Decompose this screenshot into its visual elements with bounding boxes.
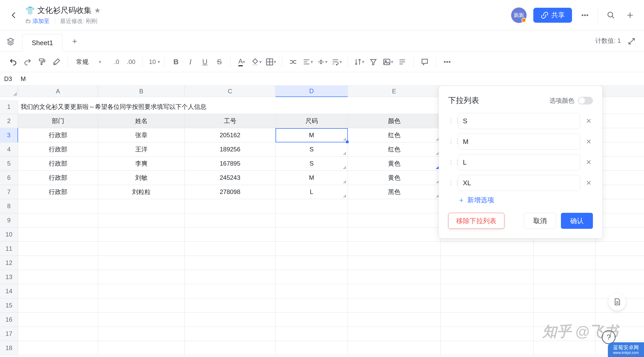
cell[interactable]	[18, 256, 98, 270]
cell[interactable]	[595, 270, 644, 284]
underline-button[interactable]: U	[198, 55, 211, 68]
row-header[interactable]: 1	[0, 100, 18, 114]
help-button[interactable]: ?	[602, 330, 616, 344]
banner-cell[interactable]: 我们的文化衫又要更新啦～希望各位同学按照要求填写以下个人信息	[18, 100, 441, 114]
cell[interactable]	[534, 270, 595, 284]
cell[interactable]	[98, 341, 185, 355]
switch[interactable]	[578, 97, 593, 104]
row-header[interactable]: 18	[0, 341, 18, 355]
dropdown-button[interactable]	[396, 55, 409, 68]
cell[interactable]	[595, 199, 644, 213]
cell[interactable]: 王洋	[98, 142, 185, 157]
row-header[interactable]: 14	[0, 284, 18, 298]
confirm-button[interactable]: 确认	[561, 213, 593, 229]
cell[interactable]	[185, 270, 276, 284]
dropdown-indicator-icon[interactable]	[343, 194, 346, 197]
decrease-decimal-button[interactable]: .0	[110, 55, 123, 68]
dropdown-indicator-icon[interactable]	[343, 180, 346, 183]
cell[interactable]	[595, 256, 644, 270]
add-to-link[interactable]: 🗀添加至	[25, 17, 50, 25]
cell[interactable]	[595, 171, 644, 185]
cell[interactable]	[348, 341, 441, 355]
cell[interactable]	[534, 242, 595, 256]
drag-handle-icon[interactable]: ⋮⋮	[448, 182, 453, 184]
cell[interactable]	[98, 256, 185, 270]
cell[interactable]	[441, 284, 534, 298]
redo-button[interactable]	[21, 55, 34, 68]
cell[interactable]	[276, 228, 348, 242]
cell[interactable]: 黑色	[348, 185, 441, 199]
row-header[interactable]: 3	[0, 128, 18, 142]
cell[interactable]	[534, 256, 595, 270]
borders-button[interactable]: ▾	[264, 55, 277, 68]
cell[interactable]	[276, 284, 348, 298]
delete-option-button[interactable]: ✕	[585, 179, 593, 187]
header-cell[interactable]: 姓名	[98, 114, 185, 128]
cell[interactable]: 刘粒粒	[98, 185, 185, 199]
cell[interactable]	[18, 242, 98, 256]
col-header[interactable]: A	[18, 86, 98, 97]
cell[interactable]	[185, 341, 276, 355]
cell[interactable]	[595, 100, 644, 114]
cell[interactable]	[18, 327, 98, 341]
drag-handle-icon[interactable]: ⋮⋮	[448, 141, 453, 143]
cell[interactable]: 205162	[185, 128, 276, 142]
cell[interactable]	[98, 327, 185, 341]
cell[interactable]	[441, 313, 534, 327]
cell[interactable]: M	[276, 171, 348, 185]
cell[interactable]	[18, 284, 98, 298]
cell[interactable]	[98, 213, 185, 228]
cell-selected[interactable]: M	[276, 128, 348, 142]
merge-button[interactable]	[287, 55, 300, 68]
cell[interactable]: 278098	[185, 185, 276, 199]
cell[interactable]	[441, 341, 534, 355]
col-header[interactable]: C	[185, 86, 276, 97]
cell[interactable]	[276, 256, 348, 270]
dropdown-indicator-icon[interactable]	[343, 166, 346, 169]
cell[interactable]	[185, 327, 276, 341]
drag-handle-icon[interactable]: ⋮⋮	[448, 120, 453, 122]
delete-option-button[interactable]: ✕	[585, 158, 593, 166]
cell[interactable]	[276, 199, 348, 213]
cell[interactable]	[348, 213, 441, 228]
cell[interactable]: 行政部	[18, 171, 98, 185]
select-all-corner[interactable]	[0, 86, 18, 97]
cell[interactable]	[595, 213, 644, 228]
cell[interactable]	[595, 228, 644, 242]
doc-title[interactable]: 文化衫尺码收集	[37, 5, 92, 16]
font-size-select[interactable]: 10▾	[147, 55, 160, 68]
cell[interactable]	[595, 242, 644, 256]
cell[interactable]	[441, 298, 534, 313]
cell[interactable]	[441, 242, 534, 256]
cell[interactable]	[348, 256, 441, 270]
row-header[interactable]: 12	[0, 256, 18, 270]
cell[interactable]	[98, 313, 185, 327]
row-header[interactable]: 9	[0, 213, 18, 228]
align-h-button[interactable]: ▾	[301, 55, 314, 68]
star-icon[interactable]: ★	[94, 6, 101, 15]
toolbar-more-button[interactable]	[441, 55, 454, 68]
row-header[interactable]: 5	[0, 157, 18, 171]
cell-value[interactable]: M	[18, 75, 26, 83]
cell[interactable]	[534, 284, 595, 298]
cell[interactable]	[595, 128, 644, 142]
row-header[interactable]: 15	[0, 298, 18, 313]
number-format-select[interactable]: 常规▾	[73, 56, 109, 68]
cell[interactable]	[185, 213, 276, 228]
dropdown-indicator-icon[interactable]	[343, 152, 346, 155]
cell[interactable]: 红色	[348, 142, 441, 157]
cell[interactable]: 张章	[98, 128, 185, 142]
cell[interactable]: 红色	[348, 128, 441, 142]
option-input[interactable]	[458, 134, 580, 150]
more-button[interactable]	[579, 9, 591, 21]
remove-dropdown-button[interactable]: 移除下拉列表	[448, 213, 504, 229]
cell[interactable]: 黄色	[348, 157, 441, 171]
cell[interactable]: 189256	[185, 142, 276, 157]
avatar[interactable]: 旎旎	[511, 7, 527, 23]
cell[interactable]: 行政部	[18, 142, 98, 157]
delete-option-button[interactable]: ✕	[585, 137, 593, 146]
cell[interactable]: 刘敏	[98, 171, 185, 185]
cell[interactable]	[185, 199, 276, 213]
row-header[interactable]: 17	[0, 327, 18, 341]
format-painter-button[interactable]	[36, 55, 49, 68]
